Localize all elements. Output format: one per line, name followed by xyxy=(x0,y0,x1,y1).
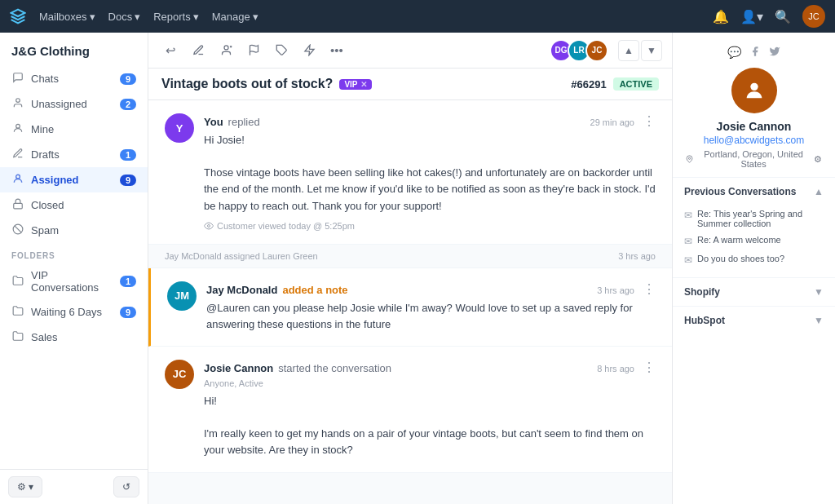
unassigned-icon xyxy=(11,97,24,111)
prev-conv-item[interactable]: ✉ Re: This year's Spring and Summer coll… xyxy=(684,206,824,232)
message-time: 29 min ago xyxy=(590,117,634,127)
message-text: @Lauren can you please help Josie while … xyxy=(206,300,656,333)
previous-conversations-section: Previous Conversations ▲ ✉ Re: This year… xyxy=(673,178,835,278)
vip-remove-button[interactable]: ✕ xyxy=(360,80,367,89)
message-author: You xyxy=(204,116,223,128)
sidebar-item-unassigned[interactable]: Unassigned 2 xyxy=(0,91,148,117)
label-button[interactable] xyxy=(269,38,294,63)
sidebar-item-label: Unassigned xyxy=(31,98,113,110)
action-button[interactable] xyxy=(297,38,321,63)
svg-point-12 xyxy=(208,224,210,227)
sidebar-item-spam[interactable]: Spam xyxy=(0,218,148,243)
sidebar-item-label: Closed xyxy=(31,199,136,211)
folder-icon xyxy=(11,330,24,344)
contact-name: Josie Cannon xyxy=(717,120,792,133)
sidebar-item-label: Sales xyxy=(31,331,136,343)
message-avatar: JC xyxy=(165,360,194,389)
next-conversation-button[interactable]: ▼ xyxy=(641,40,662,61)
assigned-badge: 9 xyxy=(120,175,136,186)
chats-icon xyxy=(11,72,24,86)
facebook-icon[interactable] xyxy=(749,46,761,60)
message-author: Jay McDonald xyxy=(206,284,277,296)
svg-point-0 xyxy=(16,99,20,103)
edit-button[interactable] xyxy=(186,38,210,63)
message-body: Josie Cannon started the conversation 8 … xyxy=(204,360,656,459)
more-button[interactable]: ••• xyxy=(325,38,349,63)
search-icon[interactable]: 🔍 xyxy=(775,9,791,24)
conversation-title: Vintage boots out of stock? VIP ✕ xyxy=(161,77,563,91)
sidebar-item-vip-conversations[interactable]: VIP Conversations 1 xyxy=(0,263,148,299)
prev-conv-item[interactable]: ✉ Re: A warm welcome xyxy=(684,232,824,250)
logo[interactable] xyxy=(10,8,26,24)
previous-conversations-header[interactable]: Previous Conversations ▲ xyxy=(673,178,835,206)
prev-conv-item[interactable]: ✉ Do you do shoes too? xyxy=(684,250,824,269)
svg-point-6 xyxy=(224,46,228,50)
nav-mailboxes[interactable]: Mailboxes ▾ xyxy=(39,11,95,23)
conversation-header: Vintage boots out of stock? VIP ✕ #66291… xyxy=(148,69,672,100)
twitter-icon[interactable] xyxy=(769,46,780,60)
contact-location: Portland, Oregon, United States ⚙ xyxy=(686,149,822,169)
email-icon: ✉ xyxy=(684,254,692,266)
sidebar-item-assigned[interactable]: Assigned 9 xyxy=(0,167,148,192)
top-navigation: Mailboxes ▾ Docs ▾ Reports ▾ Manage ▾ 🔔 … xyxy=(0,0,835,33)
shopify-toggle-icon: ▼ xyxy=(814,286,824,298)
sidebar-item-mine[interactable]: Mine xyxy=(0,117,148,142)
agent-avatar-jc[interactable]: JC xyxy=(585,39,608,62)
sidebar-item-label: Mine xyxy=(31,123,136,135)
folder-icon xyxy=(11,305,24,319)
shopify-section[interactable]: Shopify ▼ xyxy=(673,278,835,307)
assigned-icon xyxy=(11,173,24,187)
contact-email[interactable]: hello@abcwidgets.com xyxy=(704,135,805,146)
message-action: added a note xyxy=(282,284,347,296)
chat-icon[interactable]: 💬 xyxy=(727,46,741,60)
previous-conversations-title: Previous Conversations xyxy=(684,186,796,197)
assign-button[interactable] xyxy=(214,38,238,63)
sidebar-item-label: Drafts xyxy=(31,148,113,161)
message-more-button[interactable]: ⋮ xyxy=(643,113,656,129)
messages-area: Y You replied 29 min ago ⋮ Hi Josie! Tho… xyxy=(148,100,672,504)
message-text: Hi Josie! Those vintage boots have been … xyxy=(204,132,656,214)
sidebar-item-chats[interactable]: Chats 9 xyxy=(0,66,148,91)
notification-icon[interactable]: 🔔 xyxy=(713,9,729,24)
conversation-meta: #66291 ACTIVE xyxy=(571,77,659,91)
edit-location-button[interactable]: ⚙ xyxy=(814,154,822,165)
message-time: 3 hrs ago xyxy=(597,285,634,295)
settings-button[interactable]: ⚙ ▾ xyxy=(8,476,42,497)
sidebar-item-drafts[interactable]: Drafts 1 xyxy=(0,142,148,167)
collapse-icon: ▲ xyxy=(814,186,824,197)
message-action: started the conversation xyxy=(278,362,391,374)
flag-button[interactable] xyxy=(241,38,266,63)
message-avatar: JM xyxy=(167,281,197,311)
message-body: Jay McDonald added a note 3 hrs ago ⋮ @L… xyxy=(206,281,656,333)
hubspot-toggle-icon: ▼ xyxy=(814,315,824,326)
compose-button[interactable]: ↺ xyxy=(113,476,139,497)
hubspot-section[interactable]: HubSpot ▼ xyxy=(673,307,835,334)
user-avatar[interactable]: JC xyxy=(802,5,825,28)
svg-marker-11 xyxy=(304,45,313,55)
message-header: Josie Cannon started the conversation 8 … xyxy=(204,360,656,375)
message-more-button[interactable]: ⋮ xyxy=(643,360,656,375)
chats-badge: 9 xyxy=(120,73,136,85)
vip-badge: 1 xyxy=(120,276,136,287)
previous-conversations-list: ✉ Re: This year's Spring and Summer coll… xyxy=(673,206,835,277)
nav-docs[interactable]: Docs ▾ xyxy=(108,11,141,23)
sidebar-item-label: Assigned xyxy=(31,174,113,186)
svg-point-2 xyxy=(16,175,20,179)
message-viewed: Customer viewed today @ 5:25pm xyxy=(204,221,656,231)
mine-icon xyxy=(11,122,24,136)
message-text: Hi! I'm really keen to get my hands on a… xyxy=(204,393,656,459)
contact-social-actions: 💬 xyxy=(727,46,780,60)
waiting-badge: 9 xyxy=(120,307,136,318)
nav-manage[interactable]: Manage ▾ xyxy=(212,11,258,23)
contact-header: 💬 Josie Cannon hello@abcwidgets.com Port… xyxy=(673,33,835,178)
sidebar-item-sales[interactable]: Sales xyxy=(0,325,148,350)
message-more-button[interactable]: ⋮ xyxy=(643,281,656,297)
sidebar-item-waiting[interactable]: Waiting 6 Days 9 xyxy=(0,299,148,325)
agent-status-icon[interactable]: 👤▾ xyxy=(740,9,763,24)
nav-reports[interactable]: Reports ▾ xyxy=(153,11,199,23)
back-button[interactable]: ↩ xyxy=(158,38,183,63)
svg-rect-3 xyxy=(14,203,23,208)
prev-conversation-button[interactable]: ▲ xyxy=(618,40,639,61)
sidebar-item-closed[interactable]: Closed xyxy=(0,192,148,218)
folder-icon xyxy=(11,275,24,289)
